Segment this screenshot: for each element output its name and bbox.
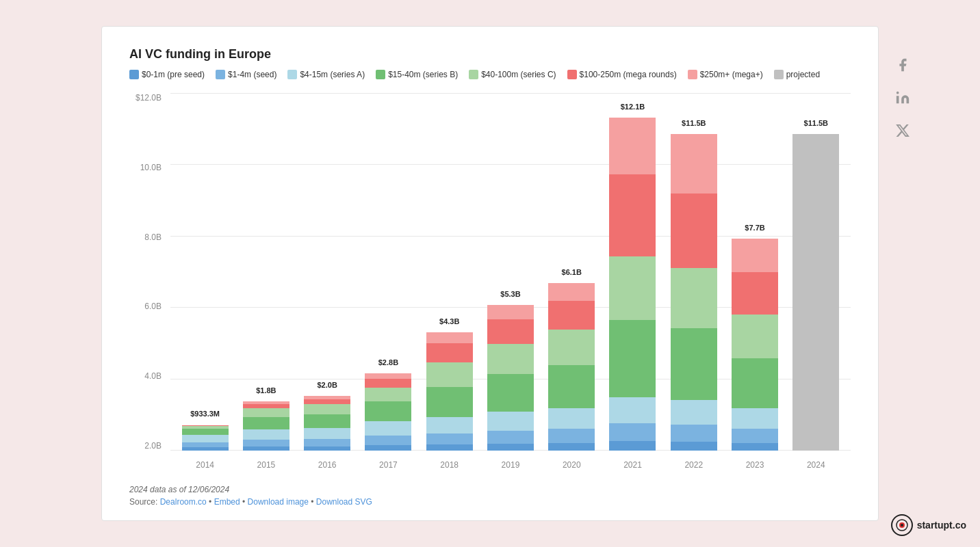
bar-segment [304,414,350,428]
legend-swatch [129,70,139,79]
bar-segment [304,404,350,414]
bar-segment [792,134,839,451]
bar-segment [548,429,595,443]
bar-segment [243,408,289,417]
bar-group: $7.7B [727,93,782,451]
bar-total-label: $2.0B [317,381,337,389]
bar-segment [548,301,595,330]
bar-segment [487,319,534,344]
bar-total-label: $7.7B [745,224,764,232]
bar-group: $12.1B [605,93,660,451]
startupt-logo: startupt.co [891,514,966,536]
bar-segment [426,417,473,433]
legend-label: $15-40m (series B) [388,70,458,79]
legend-item: $4-15m (series A) [287,70,365,79]
legend-label: $100-250m (mega rounds) [580,70,677,79]
bar-stack: $7.7B [732,239,778,451]
bar-segment [487,412,534,431]
legend-label: $250m+ (mega+) [700,70,763,79]
bar-stack: $11.5B [792,134,839,451]
legend-item: $100-250m (mega rounds) [567,70,677,79]
bar-segment [732,443,778,451]
bar-segment [671,328,717,400]
bar-segment [243,417,289,429]
bar-segment [732,272,778,315]
source-label: Source: [129,497,157,507]
bar-segment [487,344,534,374]
linkedin-icon[interactable] [892,87,914,109]
bar-segment [426,362,473,387]
bar-group: $5.3B [482,93,538,451]
bar-segment [365,436,411,445]
bar-segment [732,408,778,429]
footer-source: Source: Dealroom.co • Embed • Download i… [129,497,851,507]
chart-card: AI VC funding in Europe $0-1m (pre seed)… [101,26,879,521]
bar-segment [365,373,411,379]
twitter-x-icon[interactable] [892,120,914,142]
bar-group: $11.5B [788,93,844,451]
legend-swatch [287,70,297,79]
bar-total-label: $1.8B [256,386,276,395]
bar-segment [426,332,473,343]
svg-rect-0 [897,96,899,103]
bar-stack: $1.8B [243,401,289,451]
x-axis-label: 2023 [727,451,782,471]
bar-stack: $11.5B [671,134,717,451]
bar-stack: $12.1B [609,118,656,451]
dealroom-link[interactable]: Dealroom.co [160,497,207,507]
bar-segment [732,315,778,358]
bar-segment [426,433,473,444]
bar-segment [671,425,717,442]
download-svg-link[interactable]: Download SVG [316,497,372,507]
bar-stack: $2.8B [365,373,411,451]
bar-segment [304,428,350,439]
bar-segment [243,440,289,446]
bar-segment [548,408,595,429]
bar-segment [671,268,717,329]
bar-segment [365,445,411,451]
x-axis-label: 2020 [544,451,599,471]
bar-segment [365,401,411,421]
bar-segment [182,435,229,442]
legend-item: $250m+ (mega+) [688,70,763,79]
legend-label: $0-1m (pre seed) [142,70,205,79]
legend-item: $1-4m (seed) [216,70,276,79]
legend-swatch [774,70,784,79]
x-axis-label: 2024 [788,451,844,471]
bar-segment [487,444,534,451]
bar-segment [609,256,656,320]
bar-segment [548,283,595,301]
bar-segment [548,365,595,408]
bar-total-label: $12.1B [621,103,645,111]
y-axis: 2.0B4.0B6.0B8.0B10.0B$12.0B [129,93,167,451]
facebook-icon[interactable] [892,54,914,76]
x-axis-label: 2016 [300,451,355,471]
bar-group: $1.8B [238,93,294,451]
bar-segment [304,439,350,446]
bar-segment [182,429,229,435]
y-axis-label: 10.0B [129,163,167,172]
y-axis-label: $12.0B [129,93,167,103]
bar-stack: $5.3B [487,305,534,451]
bar-segment [426,387,473,417]
bar-segment [732,239,778,271]
bar-segment [548,330,595,365]
bar-segment [487,374,534,411]
x-labels: 2014201520162017201820192020202120222023… [170,451,851,471]
bar-group: $11.5B [666,93,721,451]
y-axis-label: 6.0B [129,302,167,311]
bar-segment [609,441,656,451]
download-image-link[interactable]: Download image [248,497,309,507]
bar-segment [732,429,778,443]
startupt-logo-text: startupt.co [917,520,966,531]
bar-segment [365,379,411,387]
bar-segment [609,320,656,397]
svg-point-4 [901,524,903,526]
startupt-logo-icon [891,514,913,536]
bar-segment [365,421,411,436]
legend-item: projected [774,70,820,79]
bar-total-label: $6.1B [562,268,582,276]
embed-link[interactable]: Embed [214,497,240,507]
bar-segment [426,343,473,362]
legend-swatch [376,70,385,79]
